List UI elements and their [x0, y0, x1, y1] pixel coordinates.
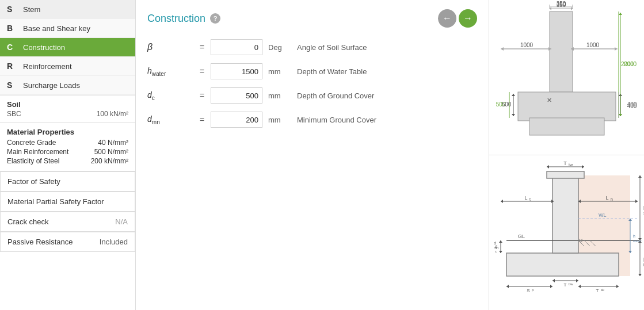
nav-letter-stem: S [7, 5, 18, 14]
svg-rect-3 [529, 118, 604, 135]
passive-resistance-row[interactable]: Passive Resistance Included [0, 232, 135, 252]
nav-letter-base: B [7, 24, 18, 33]
svg-text:350: 350 [557, 2, 566, 8]
top-diagram-svg: 350 1000 1000 2000 500 400 ✕ [489, 0, 644, 152]
hwater-unit: mm [262, 67, 291, 76]
sbc-label: SBC [7, 110, 21, 118]
material-title: Material Properties [7, 128, 128, 136]
passive-label: Passive Resistance [7, 238, 73, 246]
svg-rect-39 [547, 171, 584, 178]
nav-label-construction: Construction [23, 43, 65, 52]
svg-text:tw: tw [569, 163, 573, 167]
nav-letter-surcharge: S [7, 81, 18, 90]
rebar-label: Main Reinforcement [7, 148, 68, 156]
nav-arrows: ← → [438, 9, 477, 28]
svg-text:L: L [524, 195, 527, 201]
crack-check-label: Crack check [7, 217, 49, 226]
soil-sbc-row: SBC 100 kN/m² [7, 110, 128, 118]
prev-button[interactable]: ← [438, 9, 456, 28]
svg-text:400: 400 [627, 101, 637, 108]
svg-text:WL: WL [599, 212, 607, 218]
rebar-value: 500 N/mm² [94, 148, 128, 156]
svg-text:bw: bw [569, 282, 573, 286]
dmn-unit: mm [262, 116, 291, 124]
beta-unit: Deg [262, 43, 291, 52]
svg-rect-37 [506, 253, 619, 276]
passive-value: Included [100, 238, 128, 246]
field-row-hwater: hwater = mm Depth of Water Table [147, 63, 477, 79]
svg-rect-1 [550, 12, 573, 92]
beta-input[interactable] [211, 39, 262, 55]
elastic-label: Elasticity of Steel [7, 157, 59, 165]
dc-desc: Depth of Ground Cover [291, 91, 374, 100]
nav-item-reinforcement[interactable]: R Reinforcement [0, 57, 135, 76]
material-row-elastic: Elasticity of Steel 200 kN/mm² [7, 157, 128, 165]
svg-text:c: c [495, 250, 497, 253]
svg-text:water: water [632, 239, 642, 243]
dim-1000-left-label: 1000 [520, 42, 534, 48]
soil-section: Soil SBC 100 kN/m² [0, 95, 135, 123]
nav-item-surcharge[interactable]: S Surcharge Loads [0, 76, 135, 95]
elastic-value: 200 kN/mm² [91, 157, 128, 165]
svg-rect-2 [518, 92, 616, 121]
dc-equals: = [193, 91, 211, 100]
beta-desc: Angle of Soil Surface [291, 43, 367, 52]
main-header: Construction ? ← → [147, 9, 477, 28]
hwater-input[interactable] [211, 63, 262, 79]
svg-text:T: T [596, 288, 599, 293]
next-button[interactable]: → [459, 9, 477, 28]
dmn-desc: Minimum Ground Cover [291, 116, 376, 124]
material-row-rebar: Main Reinforcement 500 N/mm² [7, 148, 128, 156]
svg-text:500: 500 [502, 101, 512, 108]
dmn-equals: = [193, 115, 211, 124]
svg-text:T: T [564, 282, 567, 288]
svg-rect-38 [552, 175, 578, 253]
crack-check-value: N/A [115, 217, 128, 226]
bottom-diagram-svg: GL WL ✕ T tw L t [489, 155, 644, 310]
svg-text:GL: GL [518, 234, 525, 239]
material-partial-label: Material Partial Safety Factor [7, 197, 104, 206]
factor-of-safety-row[interactable]: Factor of Safety [0, 171, 135, 192]
hwater-equals: = [193, 67, 211, 76]
nav-item-stem[interactable]: S Stem [0, 0, 135, 19]
svg-text:✕: ✕ [547, 97, 552, 104]
nav-letter-reinforcement: R [7, 62, 18, 71]
nav-label-reinforcement: Reinforcement [23, 62, 72, 71]
concrete-value: 40 N/mm² [98, 139, 128, 147]
svg-text:✕: ✕ [578, 238, 583, 244]
svg-text:2000: 2000 [624, 61, 637, 67]
nav-letter-construction: C [7, 43, 18, 52]
main-title-area: Construction ? [147, 13, 220, 25]
help-icon[interactable]: ? [210, 13, 220, 24]
dmn-input[interactable] [211, 112, 262, 128]
form-grid: β = Deg Angle of Soil Surface hwater = m… [147, 39, 477, 128]
dc-unit: mm [262, 91, 291, 100]
svg-text:sk: sk [601, 288, 605, 292]
dc-symbol: dc [147, 90, 193, 101]
nav-item-construction[interactable]: C Construction [0, 38, 135, 57]
factor-of-safety-label: Factor of Safety [7, 177, 60, 186]
crack-check-row[interactable]: Crack check N/A [0, 212, 135, 232]
svg-text:mn: mn [494, 246, 498, 250]
diagram-top: 350 1000 1000 2000 500 400 ✕ [489, 0, 644, 155]
soil-title: Soil [7, 100, 128, 109]
material-section: Material Properties Concrete Grade 40 N/… [0, 123, 135, 171]
sidebar: S Stem B Base and Shear key C Constructi… [0, 0, 136, 310]
diagrams-panel: 350 1000 1000 2000 500 400 ✕ [489, 0, 644, 310]
nav-item-base-shear[interactable]: B Base and Shear key [0, 19, 135, 38]
svg-text:S: S [527, 288, 529, 293]
nav-label-surcharge: Surcharge Loads [23, 81, 80, 90]
dc-input[interactable] [211, 87, 262, 104]
main-title-text: Construction [147, 13, 205, 25]
material-row-concrete: Concrete Grade 40 N/mm² [7, 139, 128, 147]
svg-text:h: h [611, 197, 613, 201]
field-row-beta: β = Deg Angle of Soil Surface [147, 39, 477, 55]
hwater-desc: Depth of Water Table [291, 67, 367, 76]
svg-text:T: T [563, 160, 567, 166]
material-partial-row[interactable]: Material Partial Safety Factor [0, 192, 135, 212]
beta-equals: = [193, 43, 211, 52]
field-row-dc: dc = mm Depth of Ground Cover [147, 87, 477, 104]
dim-1000-right-label: 1000 [586, 42, 600, 48]
concrete-label: Concrete Grade [7, 139, 56, 147]
sbc-value: 100 kN/m² [97, 110, 128, 118]
